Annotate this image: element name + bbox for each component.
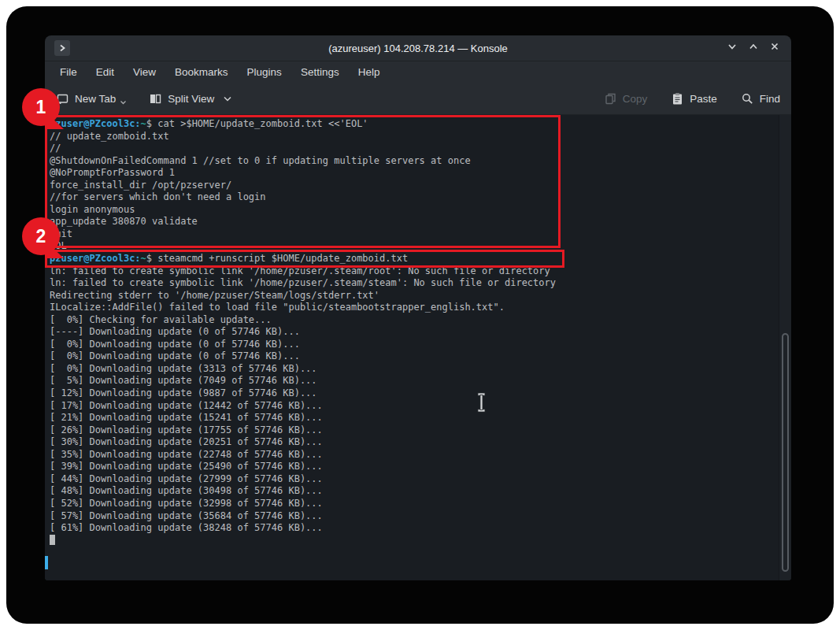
terminal-line: ILocalize::AddFile() failed to load file… [50, 302, 777, 314]
chevron-down-icon [223, 95, 232, 102]
scroll-position-indicator [45, 556, 48, 569]
window-titlebar: (azureuser) 104.208.78.214 — Konsole [45, 35, 791, 61]
toolbar: New Tab Split View [45, 83, 791, 115]
copy-icon [604, 92, 617, 106]
minimize-button[interactable] [725, 41, 739, 55]
terminal-line: [ 61%] Downloading update (38248 of 5774… [50, 522, 777, 535]
split-view-label: Split View [168, 93, 214, 105]
menu-item-help[interactable]: Help [349, 61, 390, 83]
annotation-box-2 [45, 250, 564, 268]
terminal-line: [ 0%] Downloading update (0 of 57746 KB)… [50, 339, 777, 351]
terminal-line: [ 35%] Downloading update (22748 of 5774… [50, 449, 777, 461]
chevron-up-icon [747, 40, 760, 56]
konsole-app-icon [54, 40, 70, 56]
close-button[interactable] [768, 41, 782, 55]
callout-badge-2: 2 [22, 217, 60, 255]
menu-item-file[interactable]: File [50, 61, 87, 83]
callout-2-label: 2 [36, 226, 46, 247]
callout-1-label: 1 [36, 97, 46, 118]
split-view-button[interactable]: Split View [149, 92, 232, 106]
callout-badge-1: 1 [22, 88, 60, 126]
maximize-button[interactable] [746, 41, 760, 55]
terminal-line: [ 12%] Downloading update (9887 of 57746… [50, 387, 777, 400]
close-icon [768, 40, 781, 56]
terminal-line: [----] Downloading update (0 of 57746 KB… [50, 326, 777, 339]
terminal-line: [ 48%] Downloading update (30498 of 5774… [50, 485, 777, 498]
mouse-ibeam-cursor [476, 392, 487, 416]
terminal-line: [ 0%] Downloading update (0 of 57746 KB)… [50, 350, 777, 363]
terminal-line: Redirecting stderr to '/home/pzuser/Stea… [50, 290, 777, 302]
new-tab-button[interactable]: New Tab [56, 92, 127, 106]
chevron-down-icon [120, 100, 127, 106]
window-controls [725, 41, 782, 55]
window-title: (azureuser) 104.208.78.214 — Konsole [45, 43, 791, 54]
terminal-line: [ 17%] Downloading update (12442 of 5774… [50, 400, 777, 413]
terminal-line: [ 44%] Downloading update (27999 of 5774… [50, 473, 777, 486]
paste-label: Paste [690, 93, 717, 105]
terminal-line: [ 5%] Downloading update (7049 of 57746 … [50, 375, 777, 387]
menu-item-plugins[interactable]: Plugins [238, 61, 291, 83]
paste-button[interactable]: Paste [671, 92, 717, 106]
terminal-line [50, 535, 777, 547]
menu-item-settings[interactable]: Settings [291, 61, 349, 83]
terminal-line: [ 57%] Downloading update (35684 of 5774… [50, 510, 777, 523]
terminal-cursor [50, 535, 55, 545]
terminal-line: [ 21%] Downloading update (15241 of 5774… [50, 412, 777, 424]
terminal-line: [ 52%] Downloading update (32998 of 5774… [50, 498, 777, 510]
terminal-line: [ 26%] Downloading update (17755 of 5774… [50, 424, 777, 437]
copy-button[interactable]: Copy [604, 92, 648, 106]
paste-icon [671, 92, 684, 106]
menu-bar: File Edit View Bookmarks Plugins Setting… [45, 61, 791, 83]
terminal-line: [ 0%] Downloading update (3313 of 57746 … [50, 363, 777, 376]
terminal-line: [ 0%] Checking for available update... [50, 314, 777, 327]
find-button[interactable]: Find [741, 92, 780, 106]
chevron-down-icon [726, 40, 738, 56]
terminal-line: [ 30%] Downloading update (20251 of 5774… [50, 436, 777, 449]
terminal-line: [ 39%] Downloading update (25490 of 5774… [50, 461, 777, 473]
menu-item-bookmarks[interactable]: Bookmarks [165, 61, 238, 83]
terminal-line: ln: failed to create symbolic link '/hom… [50, 277, 777, 290]
terminal-scrollbar[interactable] [779, 115, 791, 580]
annotation-box-1 [45, 115, 561, 248]
scrollbar-thumb[interactable] [782, 333, 789, 572]
split-view-icon [149, 92, 162, 106]
new-tab-label: New Tab [75, 93, 116, 105]
find-label: Find [760, 93, 780, 105]
copy-label: Copy [623, 93, 648, 105]
search-icon [741, 92, 754, 106]
menu-item-edit[interactable]: Edit [87, 61, 124, 83]
menu-item-view[interactable]: View [124, 61, 165, 83]
screenshot-stage: (azureuser) 104.208.78.214 — Konsole [0, 0, 840, 630]
